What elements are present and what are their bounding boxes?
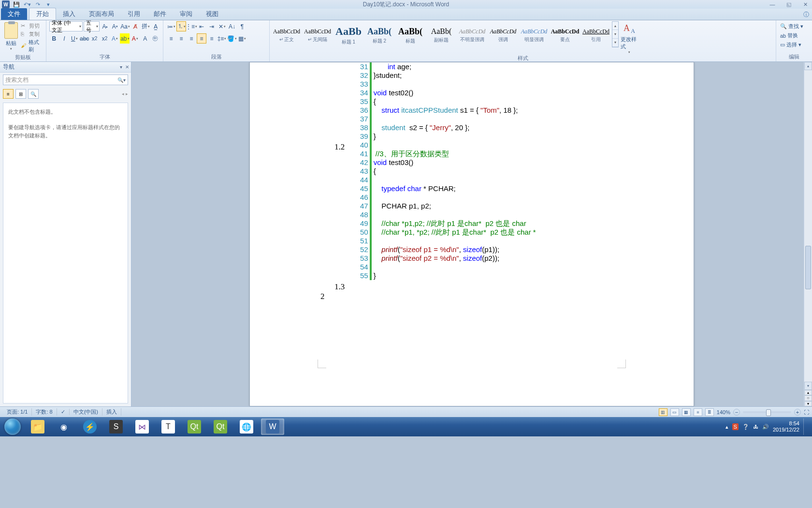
underline-button[interactable]: U [70,33,79,44]
style-item[interactable]: AaBb(副标题 [427,22,455,48]
document-page[interactable]: 1.2 1.3 2 313233343536373839404142434445… [249,62,694,406]
styles-expand[interactable]: ▾ [612,39,618,47]
decrease-indent-button[interactable]: ⇤ [197,21,206,31]
nav-tab-headings[interactable]: ≡ [3,89,14,99]
view-outline[interactable]: ≡ [694,408,702,416]
change-styles-button[interactable]: 更改样式 ▾ [621,21,638,54]
align-center-button[interactable]: ≡ [176,33,186,44]
nav-tab-pages[interactable]: ⊞ [15,89,26,99]
task-qt2[interactable]: Qt [209,418,232,435]
style-item[interactable]: AaBb标题 1 [334,22,362,48]
strikethrough-button[interactable]: abc [80,33,89,44]
show-marks-button[interactable]: ¶ [237,21,247,31]
subscript-button[interactable]: x2 [90,33,100,44]
style-item[interactable]: AaBbCcDd不明显强调 [458,22,486,48]
zoom-in-button[interactable]: + [794,409,801,416]
text-effects-button[interactable]: A [110,33,119,44]
nav-search-input[interactable]: 搜索文档 [3,75,128,85]
tab-insert[interactable]: 插入 [56,8,82,20]
justify-button[interactable]: ≡ [197,33,206,44]
replace-button[interactable]: ab替换 [779,31,809,40]
redo-icon[interactable]: ↷ [34,0,42,8]
font-size-combo[interactable]: 五号 [84,21,100,31]
task-thunder[interactable]: ⚡ [78,418,102,435]
nav-tab-results[interactable]: 🔍 [28,89,39,99]
style-item[interactable]: AaBb(标题 2 [365,22,393,48]
increase-indent-button[interactable]: ⇥ [207,21,217,31]
enclose-characters-button[interactable]: ㊥ [150,33,160,44]
cut-button[interactable]: ✂剪切 [21,22,43,30]
status-spellcheck-icon[interactable]: ✓ [57,409,70,415]
clear-formatting-button[interactable]: A̸ [131,21,140,31]
scroll-up-button[interactable]: ▴ [804,62,812,70]
help-icon[interactable]: ⓘ [803,11,809,19]
find-button[interactable]: 🔍查找 ▾ [779,22,809,30]
view-full-screen[interactable]: ▭ [670,408,679,416]
view-web-layout[interactable]: ▦ [682,408,691,416]
browse-select[interactable]: ○ [804,395,812,401]
highlight-button[interactable]: ab [120,33,130,44]
bullets-button[interactable]: ≔ [166,21,176,31]
tab-mailings[interactable]: 邮件 [147,8,173,20]
shading-button[interactable]: 🪣 [227,33,237,44]
align-left-button[interactable]: ≡ [166,33,176,44]
style-item[interactable]: AaBbCcDd强调 [489,22,517,48]
nav-tab-arrows[interactable]: ◂ ▸ [122,91,128,96]
close-button[interactable]: ✕ [800,1,810,8]
styles-scroll-down[interactable]: ▾ [612,30,618,38]
minimize-button[interactable]: — [768,1,777,8]
tray-clock[interactable]: 8:54 2019/12/22 [773,420,799,433]
shrink-font-button[interactable]: A▾ [111,21,119,31]
asian-layout-button[interactable]: ✕ [217,21,227,31]
status-words[interactable]: 字数: 8 [32,408,57,416]
tray-ime-icon[interactable]: S [732,423,739,430]
tray-show-hidden-icon[interactable]: ▴ [725,424,728,430]
tab-layout[interactable]: 页面布局 [82,8,121,20]
style-item[interactable]: AaBbCcDd↵ 正文 [273,22,301,48]
status-page[interactable]: 页面: 1/1 [3,408,32,416]
task-app1[interactable]: 🌐 [235,418,258,435]
line-spacing-button[interactable]: ‡≡ [217,33,227,44]
zoom-fit-button[interactable]: ⛶ [804,409,809,415]
nav-close-icon[interactable]: ✕ [125,64,129,70]
bold-button[interactable]: B [49,33,59,44]
styles-scroll-up[interactable]: ▴ [612,22,618,30]
character-border-button[interactable]: A̲ [151,21,160,31]
font-color-button[interactable]: A [130,33,140,44]
zoom-out-button[interactable]: − [733,409,740,416]
save-icon[interactable]: 💾 [13,0,20,8]
status-mode[interactable]: 插入 [102,408,121,416]
font-name-combo[interactable]: 宋体 (中文正 [49,21,83,31]
select-button[interactable]: ▭选择 ▾ [779,41,809,49]
sort-button[interactable]: A↓ [227,21,237,31]
task-sublime[interactable]: S [104,418,128,435]
style-item[interactable]: AaBbCcDd引用 [582,22,610,48]
undo-icon[interactable]: ↶▾ [23,0,31,8]
distribute-button[interactable]: ≡ [207,33,217,44]
tray-help-icon[interactable]: ❔ [742,424,749,430]
superscript-button[interactable]: x2 [100,33,110,44]
grow-font-button[interactable]: A▴ [101,21,109,31]
tab-file[interactable]: 文件 [1,8,27,20]
italic-button[interactable]: I [59,33,69,44]
task-explorer[interactable]: 📁 [26,418,49,435]
status-language[interactable]: 中文(中国) [70,408,102,416]
task-word[interactable]: W [261,418,284,435]
browse-prev[interactable]: ▴ [804,390,812,395]
style-item[interactable]: AaBbCcDd明显强调 [520,22,548,48]
nav-dropdown-icon[interactable]: ▾ [120,64,122,70]
tab-view[interactable]: 视图 [199,8,225,20]
style-item[interactable]: AaBbCcDd要点 [551,22,579,48]
view-print-layout[interactable]: ▥ [659,408,667,416]
styles-gallery[interactable]: AaBbCcDd↵ 正文AaBbCcDd↵ 无间隔AaBb标题 1AaBb(标题… [273,21,610,48]
tray-volume-icon[interactable]: 🔊 [762,424,769,430]
view-draft[interactable]: ≣ [705,408,714,416]
format-painter-button[interactable]: 🖌格式刷 [21,39,43,53]
zoom-level[interactable]: 140% [717,409,730,415]
task-visualstudio[interactable]: ⋈ [130,418,154,435]
task-notepad[interactable]: T [157,418,180,435]
tab-review[interactable]: 审阅 [173,8,199,20]
browse-next[interactable]: ▾ [804,401,812,406]
scroll-down-button[interactable]: ▾ [804,382,812,390]
qat-customize-icon[interactable]: ▾ [44,0,52,8]
